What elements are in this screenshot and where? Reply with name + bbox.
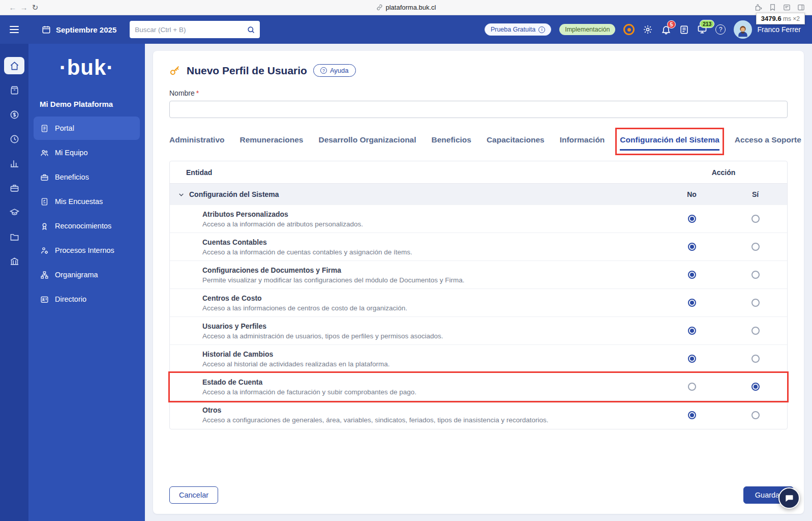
reader-mode-icon[interactable] bbox=[783, 4, 791, 11]
help-button[interactable]: ? Ayuda bbox=[313, 64, 356, 77]
tab-acceso-a-soporte[interactable]: Acceso a Soporte bbox=[735, 132, 801, 151]
sidebar-item-organigrama[interactable]: Organigrama bbox=[34, 263, 140, 286]
sidebar-item-beneficios[interactable]: Beneficios bbox=[34, 165, 140, 189]
chat-bubble-icon bbox=[784, 493, 794, 503]
tab-capacitaciones[interactable]: Capacitaciones bbox=[487, 132, 545, 151]
browser-reload-icon[interactable]: ↻ bbox=[29, 3, 41, 12]
key-icon bbox=[169, 65, 181, 76]
table-row-configuraciones-documentos-firma: Configuraciones de Documentos y FirmaPer… bbox=[170, 261, 787, 289]
news-document-icon[interactable] bbox=[679, 25, 689, 35]
radio-no[interactable] bbox=[688, 327, 696, 335]
browser-back-icon[interactable]: ← bbox=[7, 3, 18, 12]
tab-informacion[interactable]: Información bbox=[560, 132, 605, 151]
notification-count-badge: 5 bbox=[667, 20, 676, 28]
strip-benefits-icon[interactable] bbox=[4, 179, 24, 196]
strip-organization-icon[interactable] bbox=[4, 252, 24, 270]
extension-icon[interactable] bbox=[755, 4, 762, 11]
performance-badge: 3479.6 ms ×2 bbox=[756, 13, 805, 24]
strip-files-icon[interactable] bbox=[4, 228, 24, 245]
global-search bbox=[130, 21, 260, 38]
radio-no[interactable] bbox=[688, 383, 696, 391]
required-asterisk: * bbox=[196, 89, 199, 97]
sidebar-item-label: Reconocimientos bbox=[55, 222, 111, 230]
radio-si[interactable] bbox=[751, 243, 760, 251]
browser-forward-icon[interactable]: → bbox=[18, 3, 29, 12]
people-icon bbox=[40, 149, 49, 157]
search-input[interactable] bbox=[130, 26, 242, 34]
bookmark-flag-icon[interactable] bbox=[769, 4, 776, 11]
strip-training-icon[interactable] bbox=[4, 204, 24, 221]
radio-si[interactable] bbox=[751, 327, 760, 335]
cancel-button[interactable]: Cancelar bbox=[169, 486, 218, 504]
action-header: Acción bbox=[660, 168, 787, 177]
sidebar-item-portal[interactable]: Portal bbox=[34, 117, 140, 140]
strip-payments-icon[interactable] bbox=[4, 106, 24, 123]
calendar-icon bbox=[42, 25, 51, 34]
settings-gear-icon[interactable] bbox=[643, 24, 653, 35]
tab-administrativo[interactable]: Administrativo bbox=[169, 132, 225, 151]
url-text: plataforma.buk.cl bbox=[386, 4, 436, 11]
strip-tasks-icon[interactable] bbox=[4, 81, 24, 99]
group-row-configuracion[interactable]: Configuración del Sistema No Sí bbox=[170, 184, 787, 205]
radio-si[interactable] bbox=[751, 355, 760, 363]
sidebar-item-procesos-internos[interactable]: Procesos Internos bbox=[34, 239, 140, 262]
table-row-otros: OtrosAcceso a configuraciones de general… bbox=[170, 401, 787, 429]
help-icon[interactable]: ? bbox=[715, 24, 726, 35]
no-column-header: No bbox=[660, 190, 724, 198]
trial-badge-label: Prueba Gratuita bbox=[491, 26, 535, 33]
table-row-usuarios-y-perfiles: Usuarios y PerfilesAcceso a la administr… bbox=[170, 317, 787, 345]
avatar[interactable] bbox=[734, 20, 752, 39]
group-label: Configuración del Sistema bbox=[189, 190, 279, 198]
radio-no[interactable] bbox=[688, 355, 696, 363]
info-icon: i bbox=[538, 26, 545, 33]
perf-value: 3479.6 bbox=[761, 15, 781, 22]
radio-si[interactable] bbox=[751, 271, 760, 279]
row-description: Acceso a la información de cuentas conta… bbox=[202, 248, 660, 256]
implementation-badge[interactable]: Implementación bbox=[559, 24, 615, 35]
radio-no[interactable] bbox=[688, 411, 696, 419]
id-card-icon bbox=[40, 295, 49, 304]
radio-si[interactable] bbox=[751, 215, 760, 223]
survey-icon bbox=[40, 197, 49, 206]
tab-configuracion-del-sistema[interactable]: Configuración del Sistema bbox=[620, 132, 719, 151]
copilot-icon[interactable] bbox=[623, 24, 635, 35]
notifications-bell-icon[interactable]: 5 bbox=[661, 24, 671, 35]
sidebar-item-reconocimientos[interactable]: Reconocimientos bbox=[34, 214, 140, 238]
side-panel-icon[interactable] bbox=[797, 4, 805, 11]
strip-home-icon[interactable] bbox=[4, 57, 24, 74]
table-row-atributos-personalizados: Atributos PersonalizadosAcceso a la info… bbox=[170, 205, 787, 233]
name-input[interactable] bbox=[169, 101, 788, 118]
help-button-label: Ayuda bbox=[330, 67, 349, 74]
radio-si[interactable] bbox=[751, 299, 760, 307]
radio-no[interactable] bbox=[688, 215, 696, 223]
tasks-board-icon[interactable]: 213 bbox=[697, 24, 707, 35]
radio-si[interactable] bbox=[751, 383, 760, 391]
period-selector[interactable]: Septiembre 2025 bbox=[42, 25, 116, 34]
sidebar-item-directorio[interactable]: Directorio bbox=[34, 287, 140, 311]
strip-time-icon[interactable] bbox=[4, 130, 24, 148]
address-bar[interactable]: plataforma.buk.cl bbox=[0, 0, 812, 15]
chevron-down-icon bbox=[178, 191, 185, 198]
chat-widget-button[interactable] bbox=[778, 487, 800, 509]
tab-remuneraciones[interactable]: Remuneraciones bbox=[240, 132, 304, 151]
app-topbar: Septiembre 2025 Prueba Gratuita i Implem… bbox=[0, 15, 812, 44]
radio-si[interactable] bbox=[751, 411, 760, 419]
search-icon[interactable] bbox=[242, 25, 260, 34]
sidebar-item-mis-encuestas[interactable]: Mis Encuestas bbox=[34, 190, 140, 213]
perf-mult: ×2 bbox=[793, 15, 800, 22]
trial-badge[interactable]: Prueba Gratuita i bbox=[485, 23, 551, 36]
tab-desarrollo-organizacional[interactable]: Desarrollo Organizacional bbox=[318, 132, 416, 151]
permission-tabs: Administrativo Remuneraciones Desarrollo… bbox=[153, 132, 804, 151]
radio-no[interactable] bbox=[688, 243, 696, 251]
radio-no[interactable] bbox=[688, 299, 696, 307]
user-name[interactable]: Franco Ferrer bbox=[757, 25, 801, 34]
sidebar-item-label: Portal bbox=[55, 124, 74, 132]
sidebar-menu: Portal Mi Equipo Beneficios Mis Encuesta… bbox=[28, 117, 145, 311]
radio-no[interactable] bbox=[688, 271, 696, 279]
tab-beneficios[interactable]: Beneficios bbox=[432, 132, 471, 151]
row-description: Acceso a la información de atributos per… bbox=[202, 220, 660, 228]
sidebar-item-mi-equipo[interactable]: Mi Equipo bbox=[34, 141, 140, 164]
strip-talent-icon[interactable] bbox=[4, 155, 24, 172]
hamburger-menu-icon[interactable] bbox=[0, 15, 28, 44]
company-name: Mi Demo Plataforma bbox=[28, 100, 145, 108]
